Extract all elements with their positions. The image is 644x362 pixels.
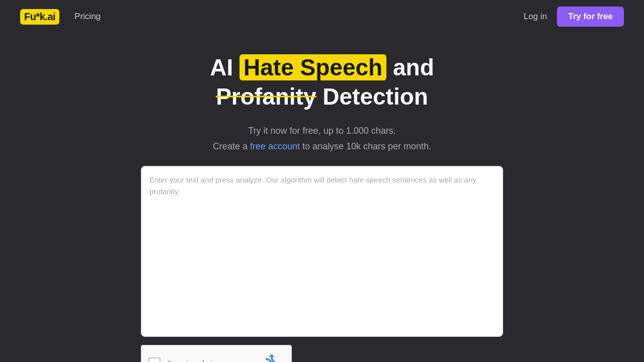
title-suffix: Detection [316, 83, 428, 110]
recaptcha-label: I'm not a robot [168, 359, 252, 362]
header-left: Fu*k.ai Pricing [20, 9, 101, 25]
header: Fu*k.ai Pricing Log in Try for free [0, 0, 644, 33]
login-button[interactable]: Log in [524, 12, 547, 22]
header-right: Log in Try for free [524, 7, 624, 27]
subtitle-prefix: Create a [213, 141, 250, 151]
free-account-link[interactable]: free account [250, 141, 300, 151]
main-content: AI Hate Speech and Profanity Detection T… [0, 33, 644, 362]
try-for-free-button[interactable]: Try for free [557, 7, 624, 27]
recaptcha-icon: reCAPTCHA [259, 353, 284, 362]
title-strikethrough: Profanity [216, 83, 316, 110]
pricing-nav-link[interactable]: Pricing [74, 12, 101, 22]
subtitle-suffix: to analyse 10k chars per month. [300, 141, 431, 151]
hero-title: AI Hate Speech and Profanity Detection [210, 53, 434, 111]
title-highlight: Hate Speech [239, 54, 386, 80]
title-middle: and [386, 54, 434, 80]
title-prefix: AI [210, 54, 239, 80]
text-input[interactable] [141, 166, 503, 337]
textarea-container: I'm not a robot reCAPTCHA [141, 166, 503, 362]
logo-text: Fu*k [24, 11, 45, 23]
subtitle: Try it now for free, up to 1.000 chars. … [213, 123, 431, 154]
logo-ai: ai [47, 11, 55, 23]
recaptcha-checkbox[interactable] [148, 357, 160, 362]
recaptcha-logo-icon [264, 353, 280, 362]
subtitle-line2: Create a free account to analyse 10k cha… [213, 139, 431, 154]
recaptcha-widget[interactable]: I'm not a robot reCAPTCHA [141, 345, 292, 362]
logo[interactable]: Fu*k.ai [20, 9, 59, 25]
subtitle-line1: Try it now for free, up to 1.000 chars. [213, 123, 431, 139]
